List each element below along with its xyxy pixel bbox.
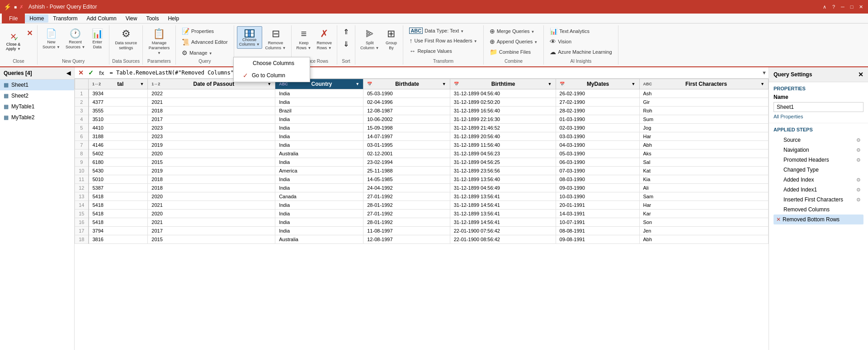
- go-to-column-dropdown-item[interactable]: ✓ Go to Column: [234, 69, 310, 82]
- col-sort-mydates[interactable]: ▼: [632, 82, 636, 86]
- ribbon-group-sort: ⇑ ⇓ Sort: [337, 25, 355, 65]
- formula-bar: ✕ ✓ fx ▼: [75, 67, 769, 79]
- advanced-editor-button[interactable]: 📜 Advanced Editor: [179, 37, 231, 47]
- remove-columns-button[interactable]: ⊟ RemoveColumns ▼: [263, 26, 288, 52]
- step-item-added-index[interactable]: Added Index⚙: [774, 175, 863, 185]
- menu-item-view[interactable]: View: [121, 14, 142, 23]
- step-label: Changed Type: [783, 167, 861, 173]
- step-gear-icon[interactable]: ⚙: [856, 177, 861, 183]
- ribbon-group-ai: 📊 Text Analytics 👁 Vision ☁ Azure Machin…: [544, 25, 618, 65]
- col-sort-birthdate[interactable]: ▼: [442, 82, 446, 86]
- menu-item-file[interactable]: File: [2, 14, 25, 23]
- query-name-input[interactable]: [774, 102, 863, 112]
- step-gear-icon[interactable]: ⚙: [856, 197, 861, 203]
- applied-steps-section: APPLIED STEPS Source⚙Navigation⚙Promoted…: [769, 123, 868, 228]
- group-by-button[interactable]: ⊞ GroupBy: [382, 26, 400, 52]
- sort-desc-button[interactable]: ⇓: [340, 38, 352, 50]
- discard-button[interactable]: ✕: [25, 28, 34, 38]
- new-source-button[interactable]: 📄 NewSource ▼: [40, 26, 62, 51]
- query-item-sheet2[interactable]: ▦ Sheet2: [0, 90, 74, 101]
- sort-asc-button[interactable]: ⇑: [340, 26, 352, 37]
- manage-button[interactable]: ⚙ Manage ▼: [179, 48, 216, 58]
- all-properties-link[interactable]: All Properties: [774, 114, 863, 119]
- collapse-ribbon-btn[interactable]: ∧: [821, 3, 828, 10]
- manage-parameters-button[interactable]: 📋 ManageParameters ▼: [146, 26, 173, 57]
- step-item-source[interactable]: Source⚙: [774, 135, 863, 145]
- step-item-navigation[interactable]: Navigation⚙: [774, 145, 863, 155]
- choose-columns-button[interactable]: ChooseColumns ▼: [237, 26, 262, 49]
- step-gear-icon[interactable]: ⚙: [856, 157, 861, 163]
- formula-expand-btn[interactable]: ▼: [762, 70, 767, 75]
- formula-confirm-btn[interactable]: ✓: [86, 68, 95, 77]
- data-table: 1↔2 tal ▼ 1↔2 Date of Passout ▼: [75, 79, 769, 244]
- properties-button[interactable]: 📝 Properties: [179, 26, 217, 36]
- step-gear-icon[interactable]: ⚙: [856, 137, 861, 143]
- col-sort-birthtime[interactable]: ▼: [548, 82, 552, 86]
- col-sort-country[interactable]: ▼: [355, 82, 359, 86]
- properties-section: PROPERTIES Name All Properties: [769, 82, 868, 123]
- step-gear-icon[interactable]: ⚙: [856, 187, 861, 193]
- step-item-promoted-headers[interactable]: Promoted Headers⚙: [774, 155, 863, 165]
- remove-rows-button[interactable]: ✗ RemoveRows ▼: [314, 26, 334, 52]
- combine-files-button[interactable]: 📁 Combine Files: [486, 47, 534, 57]
- query-settings-close-btn[interactable]: ✕: [858, 71, 863, 78]
- choose-columns-dropdown-item[interactable]: Choose Columns: [234, 57, 310, 69]
- table-row: 243772021India02-04-199631-12-1899 02:50…: [75, 98, 769, 107]
- step-item-removed-bottom-rows[interactable]: ✕Removed Bottom Rows: [774, 215, 863, 224]
- help-btn[interactable]: ?: [830, 3, 837, 10]
- data-source-settings-button[interactable]: ⚙ Data sourcesettings: [113, 26, 139, 52]
- col-header-tal[interactable]: 1↔2 tal ▼: [89, 79, 148, 89]
- data-type-button[interactable]: ABC Data Type: Text ▼: [406, 26, 467, 35]
- col-sort-date-passout[interactable]: ▼: [267, 82, 271, 86]
- col-type-icon-tal: 1↔2: [92, 82, 101, 86]
- append-queries-button[interactable]: ⊕ Append Queries ▼: [486, 37, 541, 47]
- menu-item-home[interactable]: Home: [25, 14, 48, 23]
- close-btn[interactable]: ✕: [857, 3, 864, 10]
- text-analytics-button[interactable]: 📊 Text Analytics: [547, 26, 593, 36]
- step-item-added-index1[interactable]: Added Index1⚙: [774, 185, 863, 195]
- col-header-mydates[interactable]: 📅 MyDates ▼: [556, 79, 639, 89]
- azure-ml-button[interactable]: ☁ Azure Machine Learning: [547, 47, 615, 57]
- formula-reject-btn[interactable]: ✕: [76, 68, 85, 77]
- query-panel-header: Queries [4] ◀: [0, 67, 74, 79]
- step-item-removed-columns[interactable]: Removed Columns: [774, 205, 863, 215]
- step-label: Source: [783, 137, 856, 143]
- query-item-mytable1[interactable]: ▦ MyTable1: [0, 101, 74, 112]
- collapse-panel-btn[interactable]: ◀: [66, 70, 71, 76]
- table-row: 544102023India15-09-199831-12-1899 21:46…: [75, 124, 769, 132]
- step-label: Added Index: [783, 177, 856, 183]
- maximize-btn[interactable]: □: [848, 3, 855, 10]
- merge-queries-button[interactable]: ⊕ Merge Queries ▼: [486, 26, 538, 36]
- step-item-inserted-first-chars[interactable]: Inserted First Characters⚙: [774, 195, 863, 205]
- query-label: Query: [179, 59, 231, 64]
- query-item-mytable2[interactable]: ▦ MyTable2: [0, 112, 74, 123]
- query-item-sheet1[interactable]: ▦ Sheet1: [0, 79, 74, 90]
- menu-item-tools[interactable]: Tools: [142, 14, 163, 23]
- minimize-btn[interactable]: ─: [839, 3, 846, 10]
- enter-data-button[interactable]: 📊 EnterData: [88, 26, 106, 51]
- menu-item-transform[interactable]: Transform: [48, 14, 82, 23]
- menu-item-add-column[interactable]: Add Column: [82, 14, 121, 23]
- col-sort-first-chars[interactable]: ▼: [760, 82, 764, 86]
- step-gear-icon[interactable]: ⚙: [856, 147, 861, 153]
- use-first-row-button[interactable]: ↑ Use First Row as Headers ▼: [406, 36, 480, 46]
- split-column-button[interactable]: ⫸ SplitColumn ▼: [358, 26, 381, 52]
- combine-files-icon: 📁: [490, 48, 497, 56]
- recent-sources-button[interactable]: 🕐 RecentSources ▼: [63, 26, 87, 51]
- keep-rows-button[interactable]: ≡ KeepRows ▼: [294, 26, 314, 52]
- col-sort-tal[interactable]: ▼: [140, 82, 144, 86]
- step-label: Inserted First Characters: [783, 196, 856, 203]
- close-apply-button[interactable]: ✕ ✓ Close &Apply ▼: [3, 26, 24, 55]
- menu-item-help[interactable]: Help: [163, 14, 184, 23]
- properties-label: PROPERTIES: [774, 86, 863, 91]
- col-header-birthtime[interactable]: 📅 Birthtime ▼: [450, 79, 556, 89]
- col-header-birthdate[interactable]: 📅 Birthdate ▼: [363, 79, 450, 89]
- replace-values-button[interactable]: ↔ Replace Values: [406, 46, 455, 56]
- vision-button[interactable]: 👁 Vision: [547, 37, 575, 47]
- formula-input[interactable]: [108, 69, 760, 77]
- col-header-first-chars[interactable]: ABC First Characters ▼: [639, 79, 768, 89]
- step-item-changed-type[interactable]: Changed Type: [774, 165, 863, 175]
- sort-label: Sort: [340, 59, 352, 64]
- query-icon-sheet1: ▦: [4, 82, 9, 88]
- append-queries-icon: ⊕: [490, 38, 495, 45]
